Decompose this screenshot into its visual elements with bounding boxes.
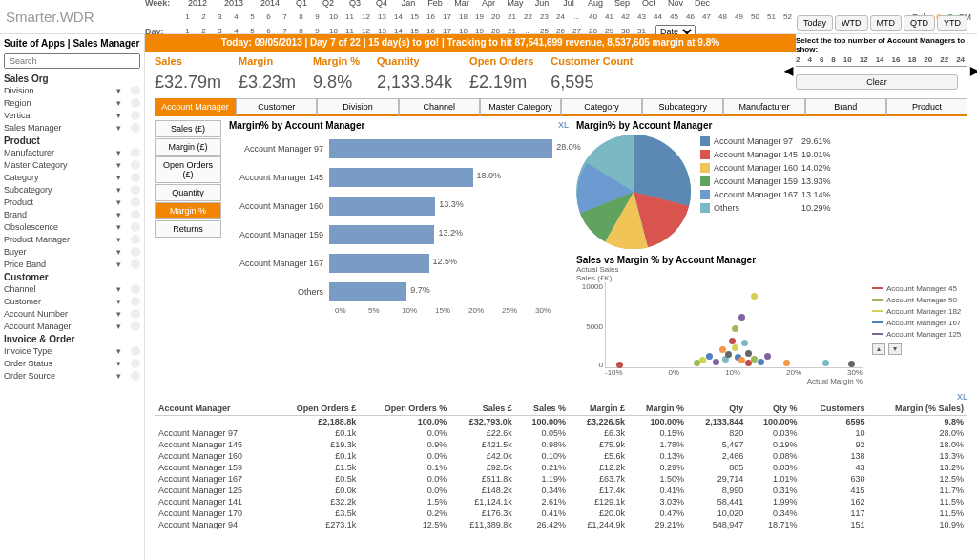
chevron-down-icon[interactable]: ▾: [116, 148, 121, 157]
dimension-tab[interactable]: Product: [886, 98, 967, 116]
chevron-down-icon[interactable]: ▾: [116, 321, 121, 331]
sidebar-filter-item[interactable]: Sales Manager▾: [4, 121, 140, 134]
clear-filter-icon[interactable]: [131, 197, 140, 207]
year-cell[interactable]: 2014: [252, 0, 288, 8]
sidebar-filter-item[interactable]: Master Category▾: [4, 158, 140, 171]
sidebar-filter-item[interactable]: Product▾: [4, 196, 140, 208]
sidebar-filter-item[interactable]: Price Band▾: [4, 258, 140, 270]
time-range-button[interactable]: YTD: [937, 15, 967, 31]
dimension-tab[interactable]: Customer: [236, 98, 317, 116]
dimension-tab[interactable]: Subcategory: [642, 98, 723, 116]
month-cell[interactable]: Feb: [422, 0, 448, 8]
month-cell[interactable]: Sep: [609, 0, 635, 8]
quarter-cell[interactable]: Q4: [368, 0, 395, 8]
sidebar-filter-item[interactable]: Invoice Type▾: [4, 344, 140, 357]
week-cell[interactable]: 18: [455, 12, 471, 21]
metric-button[interactable]: Margin (£): [155, 138, 221, 156]
chevron-up-icon[interactable]: ▴: [872, 343, 885, 355]
week-cell[interactable]: 51: [763, 12, 780, 21]
dimension-tab[interactable]: Account Manager: [155, 98, 236, 116]
clear-filter-icon[interactable]: [131, 111, 140, 120]
export-xl-link[interactable]: XL: [957, 392, 967, 402]
clear-filter-icon[interactable]: [131, 346, 140, 356]
metric-button[interactable]: Sales (£): [155, 120, 221, 137]
clear-filter-icon[interactable]: [131, 160, 140, 170]
week-cell[interactable]: 10: [325, 12, 342, 21]
week-cell[interactable]: 41: [601, 12, 617, 21]
chevron-down-icon[interactable]: ▾: [116, 160, 121, 170]
week-cell[interactable]: 3: [212, 12, 228, 21]
table-row[interactable]: Account Manager 170£3.5k0.2%£176.3k0.41%…: [155, 508, 967, 519]
week-cell[interactable]: 45: [666, 12, 682, 21]
quarter-cell[interactable]: Q3: [342, 0, 368, 8]
table-header[interactable]: Sales %: [516, 402, 570, 416]
time-range-button[interactable]: Today: [797, 15, 833, 31]
week-cell[interactable]: 19: [471, 12, 488, 21]
clear-filter-icon[interactable]: [131, 185, 140, 195]
table-header[interactable]: Open Orders %: [360, 402, 450, 416]
clear-filter-icon[interactable]: [131, 123, 140, 133]
year-cell[interactable]: 2012: [179, 0, 216, 8]
metric-button[interactable]: Margin %: [155, 202, 221, 219]
sidebar-filter-item[interactable]: Account Manager▾: [4, 320, 140, 332]
table-header[interactable]: Margin %: [629, 402, 688, 416]
time-range-button[interactable]: WTD: [835, 15, 868, 31]
clear-filter-icon[interactable]: [131, 210, 140, 219]
week-cell[interactable]: 15: [406, 12, 423, 21]
sidebar-filter-item[interactable]: Account Number▾: [4, 307, 140, 320]
search-input[interactable]: [4, 53, 140, 69]
sidebar-filter-item[interactable]: Brand▾: [4, 208, 140, 220]
chevron-down-icon[interactable]: ▾: [116, 197, 121, 207]
table-row[interactable]: Account Manager 125£0.0k0.0%£148.2k0.34%…: [155, 485, 967, 496]
time-range-button[interactable]: MTD: [870, 15, 903, 31]
sidebar-filter-item[interactable]: Subcategory▾: [4, 183, 140, 196]
chevron-down-icon[interactable]: ▾: [116, 185, 121, 195]
week-cell[interactable]: ...: [569, 12, 585, 21]
week-cell[interactable]: 17: [439, 12, 455, 21]
dimension-tab[interactable]: Master Category: [480, 98, 561, 116]
table-row[interactable]: Account Manager 160£0.1k0.0%£42.0k0.10%£…: [155, 450, 967, 462]
table-header[interactable]: Qty: [688, 402, 747, 416]
chevron-down-icon[interactable]: ▾: [116, 259, 121, 269]
dimension-tab[interactable]: Division: [317, 98, 398, 116]
clear-filter-icon[interactable]: [131, 86, 140, 95]
sidebar-filter-item[interactable]: Vertical▾: [4, 109, 140, 121]
week-cell[interactable]: 1: [179, 12, 196, 21]
table-header[interactable]: Open Orders £: [273, 402, 360, 416]
week-cell[interactable]: 49: [731, 12, 747, 21]
week-cell[interactable]: 20: [488, 12, 504, 21]
table-row[interactable]: Account Manager 145£19.3k0.9%£421.5k0.98…: [155, 439, 967, 450]
table-header[interactable]: Margin (% Sales): [869, 402, 968, 416]
week-cell[interactable]: 43: [634, 12, 650, 21]
week-cell[interactable]: 22: [520, 12, 536, 21]
chevron-down-icon[interactable]: ▾: [116, 284, 121, 294]
week-cell[interactable]: 11: [342, 12, 358, 21]
table-header[interactable]: Sales £: [450, 402, 516, 416]
week-cell[interactable]: 23: [536, 12, 552, 21]
clear-filter-icon[interactable]: [131, 284, 140, 294]
week-cell[interactable]: 42: [617, 12, 634, 21]
week-cell[interactable]: 5: [244, 12, 260, 21]
chevron-down-icon[interactable]: ▾: [116, 297, 121, 306]
chevron-down-icon[interactable]: ▾: [116, 86, 121, 95]
table-row[interactable]: Account Manager 167£0.5k0.0%£511.8k1.19%…: [155, 473, 967, 485]
chevron-down-icon[interactable]: ▾: [116, 235, 121, 244]
clear-button[interactable]: Clear: [796, 74, 958, 90]
month-cell[interactable]: Jul: [555, 0, 582, 8]
week-cell[interactable]: 9: [309, 12, 325, 21]
chevron-down-icon[interactable]: ▾: [116, 371, 121, 381]
sidebar-filter-item[interactable]: Division▾: [4, 84, 140, 96]
chevron-down-icon[interactable]: ▾: [116, 222, 121, 232]
week-cell[interactable]: 40: [585, 12, 601, 21]
dimension-tab[interactable]: Manufacturer: [723, 98, 804, 116]
month-cell[interactable]: Mar: [448, 0, 475, 8]
clear-filter-icon[interactable]: [131, 321, 140, 331]
clear-filter-icon[interactable]: [131, 235, 140, 244]
sidebar-filter-item[interactable]: Category▾: [4, 171, 140, 183]
week-cell[interactable]: 24: [552, 12, 569, 21]
week-cell[interactable]: 12: [358, 12, 374, 21]
sidebar-filter-item[interactable]: Obsolescence▾: [4, 220, 140, 233]
chevron-down-icon[interactable]: ▾: [116, 210, 121, 219]
month-cell[interactable]: Aug: [582, 0, 609, 8]
clear-filter-icon[interactable]: [131, 359, 140, 368]
